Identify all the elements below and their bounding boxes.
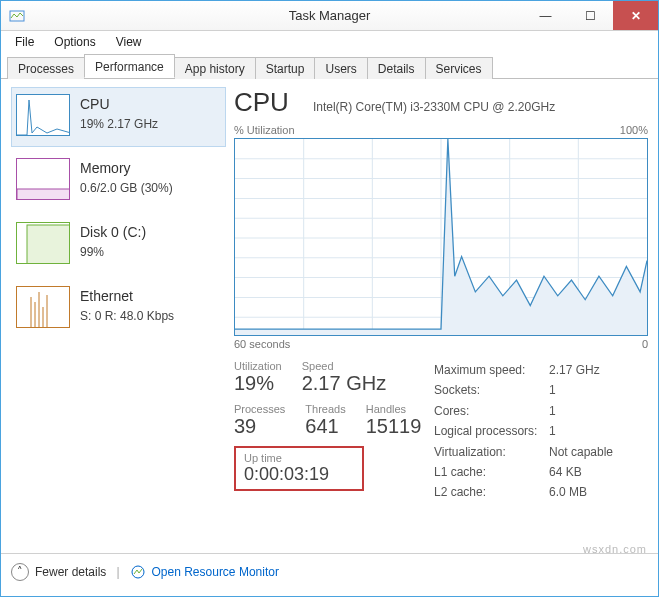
speed-label: Speed: [302, 360, 386, 372]
main-subtitle: Intel(R) Core(TM) i3-2330M CPU @ 2.20GHz: [313, 100, 555, 114]
cpu-chart: [234, 138, 648, 336]
lp-value: 1: [549, 421, 556, 441]
tab-performance[interactable]: Performance: [84, 54, 175, 78]
disk-title: Disk 0 (C:): [80, 222, 146, 243]
max-speed-value: 2.17 GHz: [549, 360, 600, 380]
disk-sub: 99%: [80, 243, 146, 261]
utilization-value: 19%: [234, 372, 282, 395]
stats-area: Utilization 19% Speed 2.17 GHz Processes…: [234, 360, 648, 503]
sockets-value: 1: [549, 380, 556, 400]
virt-label: Virtualization:: [434, 442, 549, 462]
processes-label: Processes: [234, 403, 285, 415]
sidebar-item-memory[interactable]: Memory 0.6/2.0 GB (30%): [11, 151, 226, 211]
tab-app-history[interactable]: App history: [174, 57, 256, 79]
sidebar-item-ethernet[interactable]: Ethernet S: 0 R: 48.0 Kbps: [11, 279, 226, 339]
fewer-details-link[interactable]: Fewer details: [35, 565, 106, 579]
menu-file[interactable]: File: [5, 33, 44, 51]
ethernet-title: Ethernet: [80, 286, 174, 307]
chart-label-60s: 60 seconds: [234, 338, 290, 350]
l2-label: L2 cache:: [434, 482, 549, 502]
processes-value: 39: [234, 415, 285, 438]
virt-value: Not capable: [549, 442, 613, 462]
threads-label: Threads: [305, 403, 345, 415]
window-controls: — ☐ ✕: [523, 1, 658, 30]
threads-value: 641: [305, 415, 345, 438]
taskmanager-icon: [9, 8, 25, 24]
max-speed-label: Maximum speed:: [434, 360, 549, 380]
utilization-label: Utilization: [234, 360, 282, 372]
ethernet-thumb: [16, 286, 70, 328]
l2-value: 6.0 MB: [549, 482, 587, 502]
tab-services[interactable]: Services: [425, 57, 493, 79]
handles-value: 15119: [366, 415, 422, 438]
sidebar-item-cpu[interactable]: CPU 19% 2.17 GHz: [11, 87, 226, 147]
tab-startup[interactable]: Startup: [255, 57, 316, 79]
tab-users[interactable]: Users: [314, 57, 367, 79]
main-title: CPU: [234, 87, 289, 118]
open-resource-monitor-link[interactable]: Open Resource Monitor: [152, 565, 279, 579]
content-area: CPU 19% 2.17 GHz Memory 0.6/2.0 GB (30%)…: [1, 79, 658, 553]
chart-label-utilization: % Utilization: [234, 124, 295, 136]
memory-title: Memory: [80, 158, 173, 179]
maximize-button[interactable]: ☐: [568, 1, 613, 30]
watermark: wsxdn.com: [583, 543, 647, 555]
tab-processes[interactable]: Processes: [7, 57, 85, 79]
chart-label-max: 100%: [620, 124, 648, 136]
cores-label: Cores:: [434, 401, 549, 421]
speed-value: 2.17 GHz: [302, 372, 386, 395]
uptime-box: Up time 0:00:03:19: [234, 446, 364, 491]
cpu-thumb: [16, 94, 70, 136]
resource-sidebar: CPU 19% 2.17 GHz Memory 0.6/2.0 GB (30%)…: [11, 87, 226, 549]
sidebar-item-disk[interactable]: Disk 0 (C:) 99%: [11, 215, 226, 275]
resource-monitor-icon: [130, 564, 146, 580]
menu-options[interactable]: Options: [44, 33, 105, 51]
main-panel: CPU Intel(R) Core(TM) i3-2330M CPU @ 2.2…: [226, 87, 648, 549]
close-button[interactable]: ✕: [613, 1, 658, 30]
sockets-label: Sockets:: [434, 380, 549, 400]
l1-label: L1 cache:: [434, 462, 549, 482]
chart-label-0: 0: [642, 338, 648, 350]
minimize-button[interactable]: —: [523, 1, 568, 30]
memory-thumb: [16, 158, 70, 200]
uptime-value: 0:00:03:19: [244, 464, 354, 485]
tab-details[interactable]: Details: [367, 57, 426, 79]
menu-view[interactable]: View: [106, 33, 152, 51]
chevron-up-icon[interactable]: ˄: [11, 563, 29, 581]
disk-thumb: [16, 222, 70, 264]
separator: |: [116, 565, 119, 579]
svg-rect-1: [17, 189, 70, 200]
lp-label: Logical processors:: [434, 421, 549, 441]
cpu-sub: 19% 2.17 GHz: [80, 115, 158, 133]
handles-label: Handles: [366, 403, 422, 415]
menubar: File Options View: [1, 31, 658, 53]
tab-bar: Processes Performance App history Startu…: [1, 53, 658, 79]
l1-value: 64 KB: [549, 462, 582, 482]
svg-rect-2: [27, 225, 70, 264]
ethernet-sub: S: 0 R: 48.0 Kbps: [80, 307, 174, 325]
uptime-label: Up time: [244, 452, 354, 464]
cpu-title: CPU: [80, 94, 158, 115]
titlebar: Task Manager — ☐ ✕: [1, 1, 658, 31]
footer: ˄ Fewer details | Open Resource Monitor: [1, 553, 658, 589]
memory-sub: 0.6/2.0 GB (30%): [80, 179, 173, 197]
cores-value: 1: [549, 401, 556, 421]
